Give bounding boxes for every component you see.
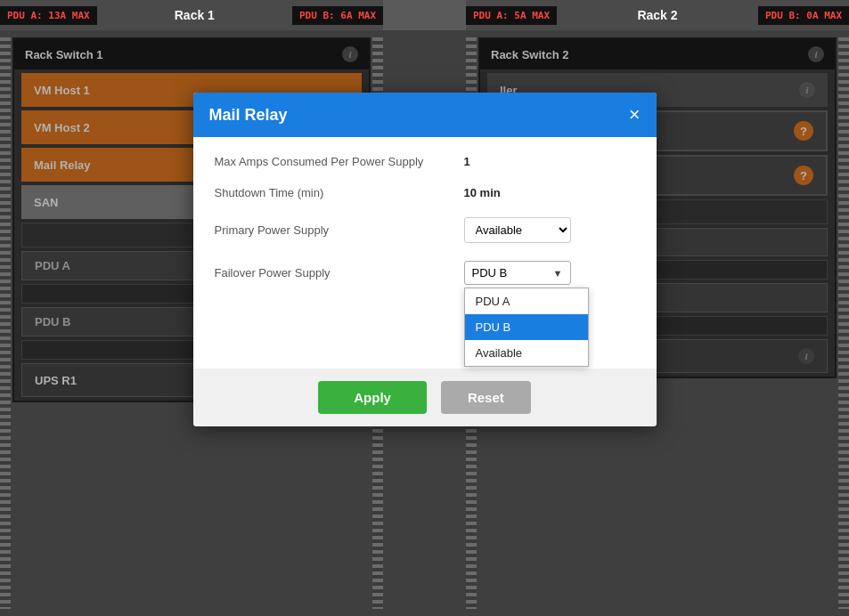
modal-footer: Apply Reset — [193, 369, 657, 426]
max-amps-label: Max Amps Consumed Per Power Supply — [215, 155, 464, 168]
max-amps-row: Max Amps Consumed Per Power Supply 1 — [215, 155, 635, 168]
rack2-title: Rack 2 — [557, 8, 758, 22]
failover-option-pdu-b[interactable]: PDU B — [465, 314, 588, 340]
failover-select-trigger[interactable]: PDU B ▼ — [464, 261, 571, 285]
failover-dropdown-list: PDU A PDU B Available — [464, 288, 589, 367]
rack2-pdu-b-label: PDU B: 0A MAX — [758, 6, 849, 25]
shutdown-label: Shutdown Time (min) — [215, 186, 464, 199]
failover-option-pdu-a[interactable]: PDU A — [465, 288, 588, 314]
failover-selected-value: PDU B — [472, 266, 508, 280]
max-amps-value: 1 — [464, 155, 470, 168]
primary-label: Primary Power Supply — [215, 223, 464, 237]
rack1-title: Rack 1 — [97, 8, 292, 22]
modal: Mail Relay × Max Amps Consumed Per Power… — [193, 93, 657, 426]
modal-body: Max Amps Consumed Per Power Supply 1 Shu… — [193, 137, 657, 369]
modal-close-button[interactable]: × — [629, 105, 641, 125]
shutdown-time-row: Shutdown Time (min) 10 min — [215, 186, 635, 199]
rack1-pdu-b-label: PDU B: 6A MAX — [292, 6, 383, 25]
rack1-pdu-a-label: PDU A: 13A MAX — [0, 6, 97, 25]
failover-select-arrow: ▼ — [553, 268, 563, 279]
failover-label: Failover Power Supply — [215, 266, 464, 280]
primary-power-select[interactable]: Available — [464, 217, 571, 243]
failover-dropdown-container: PDU B ▼ PDU A PDU B Available — [464, 261, 571, 285]
failover-power-row: Failover Power Supply PDU B ▼ PDU A PDU … — [215, 261, 635, 285]
modal-header: Mail Relay × — [193, 93, 657, 137]
reset-button[interactable]: Reset — [441, 381, 531, 414]
shutdown-value: 10 min — [464, 186, 501, 199]
apply-button[interactable]: Apply — [318, 381, 427, 414]
rack2-pdu-a-label: PDU A: 5A MAX — [466, 6, 557, 25]
modal-overlay: Mail Relay × Max Amps Consumed Per Power… — [0, 30, 849, 616]
failover-option-available[interactable]: Available — [465, 340, 588, 366]
modal-title: Mail Relay — [209, 106, 288, 125]
primary-power-row: Primary Power Supply Available — [215, 217, 635, 243]
